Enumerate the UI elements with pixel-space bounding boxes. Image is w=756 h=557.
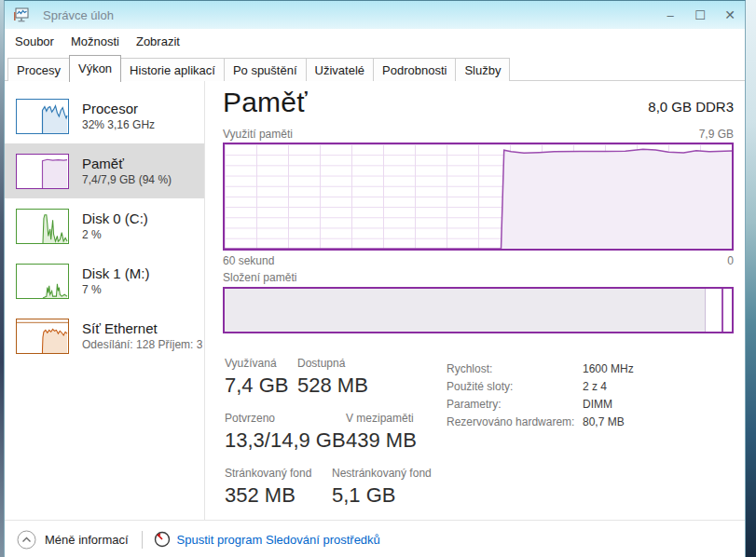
sidebar-item-disk0[interactable]: Disk 0 (C:) 2 % <box>5 198 204 253</box>
stat-paged-pool-value: 352 MB <box>225 482 332 509</box>
page-title: Paměť <box>223 87 308 118</box>
footer-bar: Méně informací Spustit program Sledování… <box>5 520 745 557</box>
less-info-button[interactable]: Méně informací <box>17 530 129 550</box>
tab-po-spusteni[interactable]: Po spuštění <box>224 58 307 81</box>
sidebar-item-cpu[interactable]: Procesor 32% 3,16 GHz <box>5 88 204 143</box>
stat-used-value: 7,4 GB <box>225 373 297 399</box>
sidebar-ethernet-subtitle: Odesílání: 128 Příjem: 3 <box>82 337 202 352</box>
disk1-mini-chart-icon <box>16 264 69 299</box>
stat-nonpaged-pool-label: Nestránkovaný fond <box>332 467 432 481</box>
x-axis-right-label: 0 <box>727 254 734 267</box>
sidebar-item-ethernet[interactable]: Síť Ethernet Odesílání: 128 Příjem: 3 <box>5 308 204 363</box>
composition-label: Složení paměti <box>223 271 296 284</box>
memory-total: 8,0 GB DDR3 <box>648 99 734 115</box>
less-info-label: Méně informací <box>45 533 129 547</box>
detail-slots-value: 2 z 4 <box>583 378 607 396</box>
window-title: Správce úloh <box>43 8 114 22</box>
tab-uzivatele[interactable]: Uživatelé <box>306 58 374 81</box>
stat-committed-label: Potvrzeno <box>225 412 346 426</box>
stat-paged-pool-label: Stránkovaný fond <box>225 467 332 481</box>
sidebar-cpu-title: Procesor <box>82 100 155 117</box>
minimize-button[interactable]: – <box>655 1 685 29</box>
memory-details: Rychlost: 1600 MHz Použité sloty: 2 z 4 … <box>447 360 634 431</box>
memory-usage-chart <box>223 143 734 251</box>
resource-monitor-label: Spustit program Sledování prostředků <box>177 533 380 547</box>
stat-used-label: Využívaná <box>225 357 297 371</box>
close-button[interactable]: ✕ <box>715 1 745 29</box>
resource-monitor-icon <box>154 531 171 548</box>
resource-monitor-link[interactable]: Spustit program Sledování prostředků <box>154 531 380 548</box>
menu-soubor[interactable]: Soubor <box>7 34 62 48</box>
detail-hwreserved-label: Rezervováno hardwarem: <box>447 414 583 431</box>
menu-moznosti[interactable]: Možnosti <box>62 34 128 48</box>
detail-speed-label: Rychlost: <box>447 360 583 378</box>
task-manager-window: Správce úloh – ☐ ✕ Soubor Možnosti Zobra… <box>4 0 746 557</box>
menu-zobrazit[interactable]: Zobrazit <box>128 34 188 48</box>
sidebar-item-memory[interactable]: Paměť 7,4/7,9 GB (94 %) <box>5 143 204 198</box>
tab-procesy[interactable]: Procesy <box>7 58 70 81</box>
chevron-up-circle-icon <box>17 530 36 550</box>
sidebar-disk1-subtitle: 7 % <box>82 282 150 297</box>
sidebar-divider <box>204 81 205 520</box>
memory-stats: Využívaná 7,4 GB Dostupná 528 MB Potvrze… <box>225 357 432 522</box>
usage-chart-label: Využití paměti <box>223 128 293 141</box>
memory-usage-area <box>225 149 732 249</box>
performance-sidebar: Procesor 32% 3,16 GHz Paměť 7,4/7,9 GB (… <box>5 88 204 363</box>
sidebar-disk0-subtitle: 2 % <box>82 227 148 242</box>
tab-historie-aplikaci[interactable]: Historie aplikací <box>120 58 225 81</box>
detail-hwreserved-value: 80,7 MB <box>583 414 625 431</box>
disk0-mini-chart-icon <box>16 209 69 244</box>
detail-formfactor-label: Parametry: <box>447 396 583 414</box>
cpu-mini-chart-icon <box>16 99 69 134</box>
memory-panel: Paměť 8,0 GB DDR3 Využití paměti 7,9 GB … <box>223 81 734 520</box>
sidebar-disk1-title: Disk 1 (M:) <box>82 265 150 282</box>
detail-speed-value: 1600 MHz <box>583 360 634 378</box>
stat-nonpaged-pool-value: 5,1 GB <box>332 482 432 509</box>
footer-divider <box>142 531 143 549</box>
stat-available-label: Dostupná <box>297 357 368 371</box>
sidebar-disk0-title: Disk 0 (C:) <box>82 210 148 227</box>
composition-segment-free <box>723 289 732 332</box>
detail-formfactor-value: DIMM <box>583 396 612 414</box>
sidebar-ethernet-title: Síť Ethernet <box>82 319 202 337</box>
stat-cached-value: 439 MB <box>346 428 417 454</box>
composition-segment-standby <box>706 289 722 332</box>
memory-mini-chart-icon <box>16 154 69 189</box>
detail-slots-label: Použité sloty: <box>447 378 583 396</box>
memory-composition-bar <box>223 287 734 333</box>
desktop-background-right <box>746 0 756 557</box>
stat-cached-label: V mezipaměti <box>346 412 417 426</box>
usage-chart-max: 7,9 GB <box>699 128 734 141</box>
maximize-button[interactable]: ☐ <box>685 1 715 29</box>
sidebar-memory-title: Paměť <box>82 155 172 172</box>
tab-podrobnosti[interactable]: Podrobnosti <box>373 58 456 81</box>
sidebar-memory-subtitle: 7,4/7,9 GB (94 %) <box>82 172 172 187</box>
tab-vykon[interactable]: Výkon <box>69 55 121 82</box>
tab-sluzby[interactable]: Služby <box>455 58 510 81</box>
performance-content: Procesor 32% 3,16 GHz Paměť 7,4/7,9 GB (… <box>5 81 745 520</box>
title-bar: Správce úloh – ☐ ✕ <box>5 1 745 29</box>
tab-strip: Procesy Výkon Historie aplikací Po spušt… <box>5 53 745 81</box>
ethernet-mini-chart-icon <box>16 319 69 354</box>
menu-bar: Soubor Možnosti Zobrazit <box>5 29 745 53</box>
stat-available-value: 528 MB <box>297 373 368 399</box>
composition-segment-in-use <box>225 289 706 332</box>
task-manager-icon <box>13 7 30 23</box>
sidebar-item-disk1[interactable]: Disk 1 (M:) 7 % <box>5 253 204 308</box>
sidebar-cpu-subtitle: 32% 3,16 GHz <box>82 117 155 132</box>
x-axis-left-label: 60 sekund <box>223 254 274 267</box>
stat-committed-value: 13,3/14,9 GB <box>225 428 346 454</box>
